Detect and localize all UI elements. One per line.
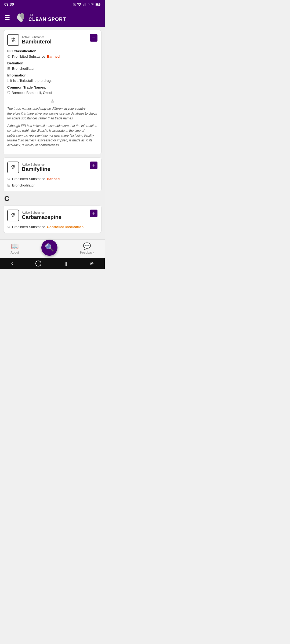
divider-right [56,101,97,101]
disclaimer-1: The trade names used may be different in… [7,106,97,121]
status-icons: 🖼 68% [73,2,100,6]
home-button[interactable] [35,261,41,266]
bamifylline-definition-value: ⊞ Bronchodilator [7,183,97,187]
disclaimer-2: Although FEI has takes all reasonable ca… [7,123,97,148]
carbamazepine-status: Controlled Medication [47,225,84,229]
bambuterol-tradenames-label: Common Trade Names: [7,85,97,89]
bambuterol-name: Bambuterol [22,39,52,45]
feedback-icon: 💬 [83,242,91,250]
svg-rect-6 [100,4,100,5]
bamifylline-label: Active Substance: [22,163,50,166]
info-icon: ℹ [7,78,9,83]
status-bar: 09:30 🖼 68% [0,0,105,9]
bambuterol-collapse-btn[interactable]: − [90,34,97,42]
carbamazepine-prohibited-text: Prohibited Substance [12,225,45,229]
tradename-icon: © [7,90,10,95]
carbamazepine-expand-btn[interactable]: + [90,210,97,217]
bambuterol-info-text: It is a Terbutaline pro-drug. [10,79,52,83]
bamifylline-expand-btn[interactable]: + [90,162,97,169]
svg-point-0 [79,5,80,6]
bambuterol-definition-value: ⊞ Bronchodilator [7,66,97,71]
bamifylline-prohibited-text: Prohibited Substance [12,177,45,181]
app-header: ☰ FEI CLEAN SPORT [0,9,105,27]
recents-button[interactable]: ||| [64,261,67,266]
search-fab-button[interactable]: 🔍 [41,240,57,256]
back-button[interactable]: ‹ [11,260,13,267]
bambuterol-classification-value: ⊘ Prohibited Substance Banned [7,54,97,58]
system-nav-bar: ‹ ||| ✳ [0,258,105,269]
warning-triangle-icon: ⚠ [50,98,54,104]
bamifylline-name: Bamifylline [22,166,50,172]
feedback-label: Feedback [80,251,94,254]
bamifylline-classification-value: ⊘ Prohibited Substance Banned [7,177,97,181]
clean-sport-label: CLEAN SPORT [28,17,66,23]
svg-rect-3 [85,3,85,6]
bambuterol-tradenames-value: © Bambec, Bambudil, Oxeol [7,90,97,95]
prohibited-icon: ⊘ [7,54,10,58]
section-c-letter: C [4,195,100,203]
svg-rect-4 [85,3,86,6]
bamifylline-status: Banned [47,177,60,181]
definition-icon: ⊞ [7,66,10,71]
bamifylline-prohibited-icon: ⊘ [7,177,10,181]
bamifylline-card: ⚗ Active Substance: Bamifylline + ⊘ Proh… [3,158,102,191]
bambuterol-info-label: Information: [7,73,97,77]
search-fab-icon: 🔍 [45,243,54,252]
warning-divider: ⚠ [7,98,97,104]
about-label: About [10,251,19,254]
logo-area: FEI CLEAN SPORT [15,13,66,23]
nav-feedback[interactable]: 💬 Feedback [80,242,94,254]
signal-icon [83,3,86,6]
fei-label: FEI [28,13,33,16]
logo-leaf-icon [15,13,26,23]
svg-rect-7 [96,3,99,5]
bambuterol-card: ⚗ Active Substance: Bambuterol − FEI Cla… [3,30,102,154]
bambuterol-prohibited-text: Prohibited Substance [12,54,45,58]
carbamazepine-icon: ⚗ [7,210,19,221]
carbamazepine-title-text: Active Substance: Carbamazepine [22,211,61,220]
bamifylline-def-icon: ⊞ [7,183,10,187]
bambuterol-classification-label: FEI Classification [7,49,97,53]
bamifylline-title-area: ⚗ Active Substance: Bamifylline [7,162,50,173]
bottom-nav: 📖 About 🔍 💬 Feedback [0,239,105,258]
accessibility-button[interactable]: ✳ [90,261,94,266]
bambuterol-info-value: ℹ It is a Terbutaline pro-drug. [7,78,97,83]
bambuterol-title-area: ⚗ Active Substance: Bambuterol [7,34,52,46]
main-content: ⚗ Active Substance: Bambuterol − FEI Cla… [0,27,105,239]
bambuterol-tradenames-text: Bambec, Bambudil, Oxeol [12,91,52,95]
carbamazepine-header: ⚗ Active Substance: Carbamazepine + [7,210,97,221]
bambuterol-status: Banned [47,54,60,58]
bambuterol-label: Active Substance: [22,35,52,39]
logo-text: FEI CLEAN SPORT [28,13,66,23]
about-icon: 📖 [11,242,19,250]
bamifylline-title-text: Active Substance: Bamifylline [22,163,50,172]
bambuterol-title-text: Active Substance: Bambuterol [22,35,52,45]
svg-rect-1 [83,5,84,6]
photo-icon: 🖼 [73,2,76,6]
status-time: 09:30 [4,2,14,6]
bambuterol-icon: ⚗ [7,34,19,46]
menu-button[interactable]: ☰ [4,14,10,21]
nav-about[interactable]: 📖 About [10,242,19,254]
carbamazepine-name: Carbamazepine [22,214,61,220]
bamifylline-definition-text: Bronchodilator [12,183,35,187]
bambuterol-header: ⚗ Active Substance: Bambuterol − [7,34,97,46]
battery-text: 68% [88,2,94,6]
bambuterol-definition-label: Definition [7,61,97,65]
carbamazepine-title-area: ⚗ Active Substance: Carbamazepine [7,210,61,221]
svg-rect-2 [84,4,84,6]
carbamazepine-card: ⚗ Active Substance: Carbamazepine + ⊘ Pr… [3,206,102,233]
carbamazepine-prohibited-icon: ⊘ [7,225,10,229]
search-fab-container: 🔍 [40,247,59,250]
carbamazepine-label: Active Substance: [22,211,61,214]
divider-left [7,101,48,101]
battery-icon [96,3,100,6]
wifi-icon [77,3,81,6]
bamifylline-icon: ⚗ [7,162,19,173]
carbamazepine-classification-value: ⊘ Prohibited Substance Controlled Medica… [7,225,97,229]
bambuterol-definition-text: Bronchodilator [12,67,35,71]
bamifylline-header: ⚗ Active Substance: Bamifylline + [7,162,97,173]
